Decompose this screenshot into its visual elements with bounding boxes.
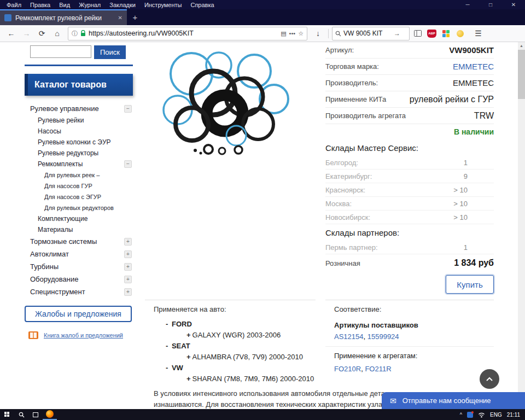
catalog-menu-item[interactable]: Турбины+ [25,260,133,273]
url-text[interactable]: https://autosteering.ru/VW9005KIT [89,30,278,37]
catalog-menu-item[interactable]: Тормозные системы+ [25,235,133,248]
catalog-menu-item[interactable]: Насосы [25,126,133,137]
menubar-item[interactable]: Журнал [74,1,105,9]
language-indicator[interactable]: ENG [490,412,502,418]
chat-banner[interactable]: ✉ Отправьте нам сообщение [382,392,525,409]
supplier-article-link[interactable]: AS12154 [334,332,364,341]
minimize-button[interactable]: ─ [456,0,479,9]
url-bar[interactable]: ⓘ https://autosteering.ru/VW9005KIT ▤ ••… [68,27,307,40]
refresh-icon[interactable]: ⟳ [35,27,49,40]
warehouse-row: Москва:> 10 [325,197,494,211]
page-scrollbar[interactable]: ▲ [518,42,525,409]
model-item[interactable]: +SHARAN (7M8, 7M9, 7M6) 2000-2010 [154,375,316,386]
catalog-menu-item[interactable]: Рулевое управление− [25,102,133,115]
spec-value: рулевой рейки с ГУР [410,95,494,104]
catalog-menu-item[interactable]: Ремкомплекты− [25,159,133,170]
extension-yellow-icon[interactable] [454,27,466,40]
spec-value[interactable]: EMMETEC [453,62,494,71]
complaints-book-link[interactable]: Книга жалоб и предложений [25,331,133,340]
brand-item[interactable]: - FORD [154,320,316,331]
tray-app-icon[interactable] [467,412,473,418]
maximize-button[interactable]: □ [479,0,502,9]
catalog-menu-item[interactable]: Для насосов с ЭГУР [25,191,133,202]
adblock-icon[interactable]: ABP [425,27,438,40]
complaints-book-label[interactable]: Книга жалоб и предложений [44,332,123,339]
menubar-item[interactable]: Вид [55,1,74,9]
scroll-to-top-button[interactable] [480,369,499,389]
catalog-menu-item[interactable]: Рулевые колонки с ЭУР [25,137,133,148]
taskbar-firefox-icon[interactable] [43,409,57,420]
expand-plus-icon[interactable]: + [124,263,132,271]
search-go-icon[interactable]: → [394,30,400,37]
catalog-menu-item[interactable]: Материалы [25,224,133,235]
expand-plus-icon[interactable]: + [124,238,132,246]
aggregate-link[interactable]: FO210R [334,365,361,373]
menubar-item[interactable]: Закладки [105,1,140,9]
scrollbar-up-arrow-icon[interactable]: ▲ [518,42,525,49]
model-item[interactable]: +ALHAMBRA (7V8, 7V9) 2000-2010 [154,353,316,364]
brand-item[interactable]: - SEAT [154,342,316,353]
catalog-search-button[interactable]: Поиск [94,45,126,59]
complaints-button[interactable]: Жалобы и предложения [25,306,132,322]
home-icon[interactable]: ⌂ [50,27,64,40]
forward-icon[interactable]: → [20,27,33,40]
catalog-menu-item[interactable]: Для рулевых реек – [25,170,133,180]
download-icon[interactable]: ↓ [311,27,325,40]
warehouse-name: Новосибирск: [325,213,370,221]
collapse-minus-icon[interactable]: − [124,105,132,113]
task-view-icon[interactable] [28,409,43,420]
warehouse-row: Новосибирск:> 10 [325,211,494,224]
catalog-menu-item[interactable]: Для насосов ГУР [25,180,133,191]
catalog-menu-item[interactable]: Специнструмент+ [25,285,133,298]
menubar-item[interactable]: Файл [2,1,26,9]
brand-item[interactable]: - VW [154,364,316,375]
buy-button[interactable]: Купить [446,275,494,294]
supplier-article-link[interactable]: 15599924 [368,332,399,341]
brand-name: SEAT [172,342,190,350]
page-actions-icon[interactable]: ••• [289,30,296,37]
model-item[interactable]: +GALAXY (WGR) 2003-2006 [154,331,316,342]
browser-search-input[interactable] [343,30,392,37]
catalog-menu-item[interactable]: Оборудование+ [25,273,133,285]
browser-tab[interactable]: Ремкомплект рулевой рейки ✕ [0,9,127,25]
tray-chevron-icon[interactable]: ^ [460,412,462,417]
menu-hamburger-icon[interactable]: ☰ [471,27,485,40]
start-button-icon[interactable] [0,409,14,420]
network-icon[interactable] [478,412,485,418]
site-info-icon[interactable]: ⓘ [72,30,78,38]
reader-mode-icon[interactable]: ▤ [281,30,286,37]
extension-pinwheel-icon[interactable] [440,27,452,40]
clock[interactable]: 21:11 [507,412,520,418]
bookmark-star-icon[interactable]: ☆ [298,30,304,37]
tab-bar: Ремкомплект рулевой рейки ✕ + [0,9,525,25]
expand-plus-icon[interactable]: + [124,276,132,283]
catalog-menu-item-label: Рулевые рейки [38,116,84,124]
sidebar-toggle-icon[interactable] [411,27,424,40]
catalog-menu-item[interactable]: Комплектующие [25,213,133,224]
close-button[interactable]: ✕ [502,0,525,9]
catalog-menu-item[interactable]: Автоклимат+ [25,248,133,260]
correspondence-title: Соответствие: [334,305,494,313]
collapse-minus-icon[interactable]: − [124,160,132,168]
dash-marker: - [166,320,170,328]
catalog-menu-item[interactable]: Рулевые рейки [25,115,133,126]
new-tab-button[interactable]: + [127,9,143,25]
expand-plus-icon[interactable]: + [124,288,132,296]
menubar-item[interactable]: Справка [186,1,218,9]
catalog-search-input[interactable] [30,45,91,58]
tab-close-icon[interactable]: ✕ [118,15,122,21]
aggregate-link[interactable]: FO211R [365,365,391,373]
browser-search-box[interactable]: → [332,27,410,40]
catalog-menu-item[interactable]: Рулевые редукторы [25,148,133,159]
applications-section: Применяется на авто: - FORD+GALAXY (WGR)… [145,300,316,386]
back-icon[interactable]: ← [4,27,18,40]
price-value: 1 834 руб [454,258,494,268]
catalog-menu-item[interactable]: Для рулевых редукторов [25,202,133,213]
menubar-item[interactable]: Правка [26,1,55,9]
expand-plus-icon[interactable]: + [124,250,132,258]
taskbar-search-icon[interactable] [14,409,28,420]
scrollbar-thumb[interactable] [518,50,525,99]
menubar-item[interactable]: Инструменты [140,1,186,9]
warehouse-row: Екатеринбург:9 [325,170,494,183]
book-icon [28,331,39,340]
